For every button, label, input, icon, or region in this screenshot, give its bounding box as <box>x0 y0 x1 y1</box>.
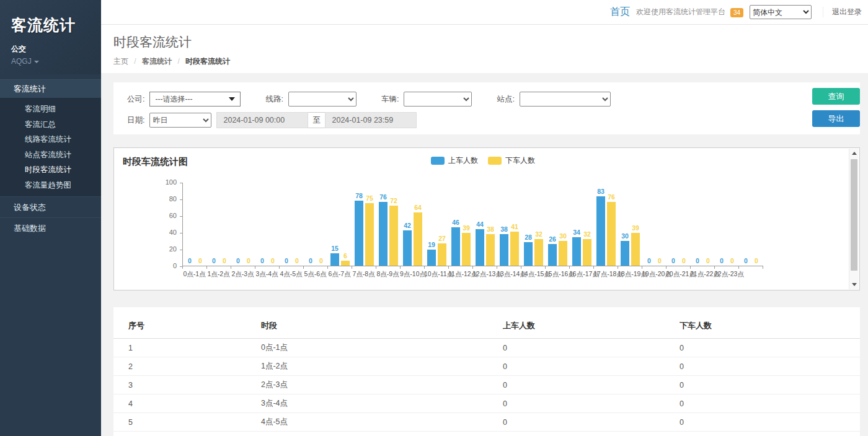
legend-swatch-alighting <box>488 157 502 165</box>
bar-value-label: 76 <box>379 193 387 201</box>
bar-wrap: 44 <box>476 220 484 266</box>
bar-wrap: 39 <box>462 224 471 266</box>
table-cell: 0 <box>495 432 671 436</box>
sidebar-item-device-status[interactable]: 设备状态 <box>0 196 101 217</box>
bar-wrap: 0 <box>282 257 291 266</box>
date-label: 日期: <box>127 115 144 126</box>
org-code-dropdown[interactable]: AQGJ <box>11 57 101 66</box>
bar-value-label: 6 <box>343 252 347 259</box>
table-cell: 4点-5点 <box>253 413 495 432</box>
sidebar-menu: 客流统计 客流明细客流汇总线路客流统计站点客流统计时段客流统计客流量趋势图 设备… <box>0 79 101 238</box>
bar-group: 00 <box>666 182 691 266</box>
x-axis-label: 18点-19点 <box>618 270 642 279</box>
bar-group: 4639 <box>449 182 473 266</box>
date-to-input[interactable]: 2024-01-09 23:59 <box>325 112 417 128</box>
scrollbar-down-arrow[interactable] <box>849 280 859 289</box>
bar-value-label: 64 <box>414 204 422 211</box>
table-cell: 5 <box>113 413 253 432</box>
bar-wrap: 0 <box>752 257 761 266</box>
bar <box>524 242 533 266</box>
sidebar-subitem[interactable]: 站点客流统计 <box>0 147 101 163</box>
bar-group: 00 <box>255 182 280 266</box>
x-axis-label: 16点-17点 <box>569 270 593 279</box>
scrollbar-up-arrow[interactable] <box>849 149 859 158</box>
x-axis-label: 1点-2点 <box>206 270 231 279</box>
line-label: 线路: <box>265 94 283 105</box>
table-row: 65点-6点00 <box>113 432 860 436</box>
bar-wrap: 0 <box>268 257 277 266</box>
sidebar-item-passenger-stats[interactable]: 客流统计 <box>0 79 101 98</box>
bar-wrap: 6 <box>341 252 350 266</box>
date-from-input[interactable]: 2024-01-09 00:00 <box>216 112 308 128</box>
date-preset-select[interactable]: 昨日 <box>149 113 211 128</box>
col-header-period: 时段 <box>253 315 495 339</box>
sidebar-subitem[interactable]: 客流汇总 <box>0 117 101 133</box>
breadcrumb-separator: / <box>134 57 136 66</box>
bar <box>534 239 543 266</box>
bar <box>510 232 519 266</box>
sidebar-subitem[interactable]: 客流量趋势图 <box>0 178 101 193</box>
company-select[interactable]: ---请选择--- <box>149 92 241 107</box>
breadcrumb-home[interactable]: 主页 <box>113 57 128 66</box>
bar <box>341 261 350 266</box>
bar-wrap: 15 <box>330 245 339 266</box>
logout-link[interactable]: 退出登录 <box>823 7 862 17</box>
legend-swatch-boarding <box>431 157 445 165</box>
org-name: 公交 <box>11 44 101 54</box>
vehicle-select[interactable] <box>404 92 472 107</box>
x-axis-label: 2点-3点 <box>231 270 255 279</box>
home-link[interactable]: 首页 <box>610 6 630 19</box>
bar-value-label: 0 <box>247 257 250 264</box>
bar-value-label: 34 <box>573 229 580 236</box>
table-cell: 5点-6点 <box>253 432 495 436</box>
bar-value-label: 0 <box>271 257 275 264</box>
bar-group: 2832 <box>521 182 546 266</box>
bar-wrap: 34 <box>572 229 581 266</box>
line-select[interactable] <box>288 92 356 107</box>
bar <box>607 202 616 266</box>
bar-wrap: 0 <box>306 257 315 266</box>
sidebar-item-base-data[interactable]: 基础数据 <box>0 217 101 238</box>
bar <box>451 227 460 266</box>
breadcrumb-current: 时段客流统计 <box>185 57 230 66</box>
chart-scrollbar[interactable] <box>849 149 859 289</box>
scrollbar-thumb[interactable] <box>851 159 857 271</box>
sidebar-subitem[interactable]: 客流明细 <box>0 102 101 117</box>
bar-value-label: 38 <box>500 225 508 233</box>
bar-wrap: 0 <box>728 257 737 266</box>
welcome-text: 欢迎使用客流统计管理平台 <box>636 7 725 17</box>
bar-wrap: 46 <box>451 219 460 266</box>
bar-value-label: 0 <box>682 257 686 264</box>
x-axis-label: 0点-1点 <box>182 270 206 279</box>
bar <box>500 234 508 266</box>
legend-item-alighting[interactable]: 下车人数 <box>488 155 535 166</box>
content-area: 公司: ---请选择--- 线路: 车辆: 站点: 日期: 昨日 2024-01… <box>101 73 868 436</box>
bar-value-label: 0 <box>188 257 192 264</box>
query-button[interactable]: 查询 <box>812 88 860 105</box>
bar-wrap: 0 <box>645 257 653 266</box>
y-axis-label: 0 <box>156 262 177 269</box>
bar-wrap: 39 <box>631 224 640 266</box>
bar-group: 3432 <box>570 182 594 266</box>
bar-value-label: 0 <box>755 257 758 264</box>
station-select[interactable] <box>520 92 611 107</box>
bar-value-label: 41 <box>511 223 518 230</box>
x-axis-label: 4点-5点 <box>279 270 303 279</box>
sidebar-subitem[interactable]: 线路客流统计 <box>0 132 101 147</box>
notification-badge[interactable]: 34 <box>730 8 743 17</box>
breadcrumb-parent[interactable]: 客流统计 <box>142 57 172 66</box>
table-cell: 0点-1点 <box>253 339 495 357</box>
legend-item-boarding[interactable]: 上车人数 <box>431 155 478 166</box>
bar-wrap: 0 <box>655 257 664 266</box>
export-button[interactable]: 导出 <box>812 110 860 127</box>
bar-value-label: 39 <box>632 224 639 232</box>
filter-row-1: 公司: ---请选择--- 线路: 车辆: 站点: <box>127 91 852 107</box>
bar <box>559 241 567 266</box>
language-select[interactable]: 简体中文 <box>750 5 812 19</box>
caret-down-icon <box>34 61 39 63</box>
bar-wrap: 0 <box>234 257 242 266</box>
sidebar-subitem[interactable]: 时段客流统计 <box>0 162 101 178</box>
table-cell: 0 <box>495 395 671 413</box>
bar <box>365 203 374 266</box>
bar-value-label: 44 <box>476 220 484 228</box>
